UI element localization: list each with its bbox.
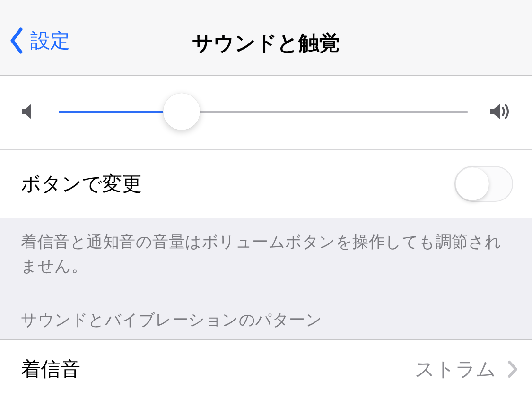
change-with-buttons-footer: 着信音と通知音の音量はボリュームボタンを操作しても調節されません。 xyxy=(0,218,532,283)
toggle-knob xyxy=(456,167,489,200)
change-with-buttons-label: ボタンで変更 xyxy=(21,171,142,197)
patterns-section-header: サウンドとバイブレーションのパターン xyxy=(0,283,532,339)
speaker-min-icon xyxy=(19,101,40,122)
ringtone-right: ストラム xyxy=(415,356,518,382)
volume-slider-row xyxy=(0,76,532,150)
change-with-buttons-row: ボタンで変更 xyxy=(0,150,532,218)
chevron-right-icon xyxy=(507,360,518,378)
change-with-buttons-toggle[interactable] xyxy=(454,166,513,202)
ringtone-label: 着信音 xyxy=(21,356,80,382)
ringtone-row[interactable]: 着信音 ストラム xyxy=(0,339,532,399)
volume-slider[interactable] xyxy=(59,93,468,130)
navigation-bar: 設定 サウンドと触覚 xyxy=(0,0,532,76)
page-title: サウンドと触覚 xyxy=(0,29,532,57)
ringtone-value: ストラム xyxy=(415,356,496,382)
volume-section: ボタンで変更 xyxy=(0,76,532,218)
speaker-max-icon xyxy=(487,101,513,122)
slider-thumb[interactable] xyxy=(163,93,200,130)
